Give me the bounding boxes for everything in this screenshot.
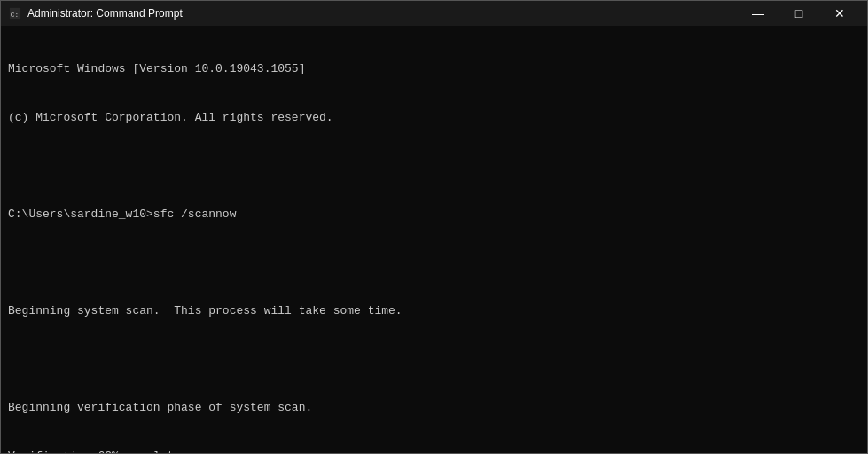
maximize-button[interactable]: □: [778, 1, 819, 26]
line-3: [8, 159, 860, 175]
close-button[interactable]: ✕: [819, 1, 860, 26]
line-4: C:\Users\sardine_w10>sfc /scannow: [8, 207, 860, 223]
line-1-text: Microsoft Windows [Version 10.0.19043.10…: [8, 62, 305, 75]
line-6-text: Beginning system scan. This process will…: [8, 304, 403, 317]
line-8-text: Beginning verification phase of system s…: [8, 401, 312, 414]
line-2-text: (c) Microsoft Corporation. All rights re…: [8, 111, 333, 124]
line-2: (c) Microsoft Corporation. All rights re…: [8, 110, 860, 126]
cmd-window: C: Administrator: Command Prompt — □ ✕ M…: [0, 0, 868, 454]
window-title: Administrator: Command Prompt: [27, 7, 738, 20]
line-7: [8, 352, 860, 368]
line-1: Microsoft Windows [Version 10.0.19043.10…: [8, 61, 860, 77]
line-9: Verification 62% complete.: [8, 449, 860, 453]
svg-text:C:: C:: [11, 11, 19, 19]
line-6: Beginning system scan. This process will…: [8, 303, 860, 319]
window-controls: — □ ✕: [738, 1, 860, 26]
terminal-body[interactable]: Microsoft Windows [Version 10.0.19043.10…: [1, 26, 867, 453]
cmd-icon: C:: [8, 6, 22, 20]
title-bar: C: Administrator: Command Prompt — □ ✕: [1, 1, 867, 26]
line-8: Beginning verification phase of system s…: [8, 400, 860, 416]
line-4-text: C:\Users\sardine_w10>sfc /scannow: [8, 207, 236, 221]
minimize-button[interactable]: —: [738, 1, 778, 26]
line-9-text: Verification 62% complete.: [8, 450, 188, 453]
line-5: [8, 255, 860, 271]
